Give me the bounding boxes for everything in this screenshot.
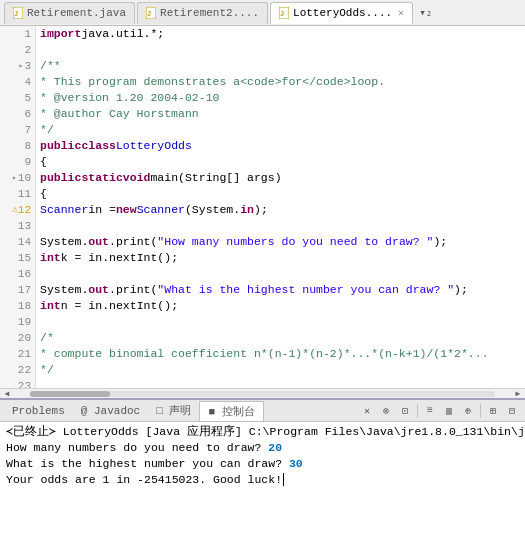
fold-arrow-3[interactable]: ▸ [19, 58, 24, 74]
java-file-icon: J [13, 7, 23, 19]
code-line-15: int k = in.nextInt(); [40, 250, 521, 266]
code-line-8: public class LotteryOdds [40, 138, 521, 154]
console-line-1: How many numbers do you need to draw? 20 [6, 440, 519, 456]
code-line-14: System.out.print("How many numbers do yo… [40, 234, 521, 250]
console-input-value-1: 20 [268, 441, 282, 454]
code-line-16 [40, 266, 521, 282]
tab-lottery[interactable]: J LotteryOdds.... ✕ [270, 2, 413, 24]
bottom-tab-problems[interactable]: Problems [4, 401, 73, 421]
code-line-7: */ [40, 122, 521, 138]
tab-close-icon[interactable]: ✕ [398, 7, 404, 19]
line-number-5: 5 [4, 90, 31, 106]
line-numbers: 12▸3456789▸1011⚠121314151617181920212223… [0, 26, 36, 388]
terminate-btn[interactable]: ✕ [358, 402, 376, 420]
code-line-22: */ [40, 362, 521, 378]
line-number-14: 14 [4, 234, 31, 250]
editor-area: 12▸3456789▸1011⚠121314151617181920212223… [0, 26, 525, 388]
more-btn[interactable]: ⊞ [484, 402, 502, 420]
code-line-11: { [40, 186, 521, 202]
code-line-10: public static void main(String[] args) [40, 170, 521, 186]
code-line-2 [40, 42, 521, 58]
line-number-9: 9 [4, 154, 31, 170]
code-line-23 [40, 378, 521, 388]
line-number-11: 11 [4, 186, 31, 202]
console-line-2: What is the highest number you can draw?… [6, 456, 519, 472]
line-number-18: 18 [4, 298, 31, 314]
decl-label: □ 声明 [156, 403, 191, 418]
svg-text:J: J [147, 10, 151, 18]
toolbar-sep1 [417, 404, 418, 418]
code-line-9: { [40, 154, 521, 170]
line-number-20: 20 [4, 330, 31, 346]
tab-lottery-label: LotteryOdds.... [293, 7, 392, 19]
code-line-13 [40, 218, 521, 234]
scroll-right-btn[interactable]: ▶ [511, 389, 525, 399]
code-line-6: * @author Cay Horstmann [40, 106, 521, 122]
line-number-1: 1 [4, 26, 31, 42]
code-line-3: /** [40, 58, 521, 74]
console-label: ■ 控制台 [208, 404, 254, 419]
tab-bar: J Retirement.java J Retirement2.... J Lo… [0, 0, 525, 26]
line-number-17: 17 [4, 282, 31, 298]
code-line-1: import java.util.*; [40, 26, 521, 42]
console-line-3: Your odds are 1 in -25415023. Good luck! [6, 472, 519, 488]
scroll-left-btn[interactable]: ◀ [0, 389, 14, 399]
line-number-21: 21 [4, 346, 31, 362]
svg-text:J: J [280, 10, 284, 18]
line-number-10: ▸10 [4, 170, 31, 186]
code-line-19 [40, 314, 521, 330]
fold-arrow-10[interactable]: ▸ [12, 170, 17, 186]
tab-retirement1-label: Retirement.java [27, 7, 126, 19]
tab-retirement2[interactable]: J Retirement2.... [137, 2, 268, 24]
bottom-tab-javadoc[interactable]: @ Javadoc [73, 401, 148, 421]
code-line-18: int n = in.nextInt(); [40, 298, 521, 314]
line-number-6: 6 [4, 106, 31, 122]
code-line-4: * This program demonstrates a <code>for<… [40, 74, 521, 90]
problems-label: Problems [12, 405, 65, 417]
line-number-3: ▸3 [4, 58, 31, 74]
less-btn[interactable]: ⊟ [503, 402, 521, 420]
console-toolbar: ✕ ⊗ ⊡ ≡ ▥ ⊕ ⊞ ⊟ [358, 402, 521, 420]
console-line-0: ≺已终止≻ LotteryOdds [Java 应用程序] C:\Program… [6, 424, 519, 440]
line-number-13: 13 [4, 218, 31, 234]
tab-overflow[interactable]: ▾₂ [419, 6, 432, 19]
console-output: ≺已终止≻ LotteryOdds [Java 应用程序] C:\Program… [0, 422, 525, 538]
cursor [283, 473, 284, 486]
line-number-2: 2 [4, 42, 31, 58]
word-wrap-btn[interactable]: ▥ [440, 402, 458, 420]
pin-btn[interactable]: ⊕ [459, 402, 477, 420]
line-number-19: 19 [4, 314, 31, 330]
line-number-23: 23 [4, 378, 31, 388]
bottom-tab-decl[interactable]: □ 声明 [148, 401, 199, 421]
line-number-4: 4 [4, 74, 31, 90]
code-line-5: * @version 1.20 2004-02-10 [40, 90, 521, 106]
line-number-12: ⚠12 [4, 202, 31, 218]
code-line-12: Scanner in = new Scanner(System.in); [40, 202, 521, 218]
line-number-15: 15 [4, 250, 31, 266]
code-area[interactable]: import java.util.*;/** * This program de… [36, 26, 525, 388]
horizontal-scrollbar[interactable]: ◀ ▶ [0, 388, 525, 398]
bottom-tab-console[interactable]: ■ 控制台 [199, 401, 263, 421]
tab-retirement2-label: Retirement2.... [160, 7, 259, 19]
toolbar-sep2 [480, 404, 481, 418]
javadoc-label: @ Javadoc [81, 405, 140, 417]
java-file-icon3: J [279, 7, 289, 19]
scroll-lock-btn[interactable]: ≡ [421, 402, 439, 420]
svg-text:J: J [14, 10, 18, 18]
clear-btn[interactable]: ⊡ [396, 402, 414, 420]
java-file-icon2: J [146, 7, 156, 19]
scrollbar-thumb[interactable] [30, 391, 110, 397]
tab-retirement1[interactable]: J Retirement.java [4, 2, 135, 24]
line-number-7: 7 [4, 122, 31, 138]
console-input-value-2: 30 [289, 457, 303, 470]
line-number-22: 22 [4, 362, 31, 378]
bottom-panel: Problems @ Javadoc □ 声明 ■ 控制台 ✕ ⊗ ⊡ ≡ ▥ … [0, 398, 525, 538]
code-line-20: /* [40, 330, 521, 346]
line-number-8: 8 [4, 138, 31, 154]
remove-btn[interactable]: ⊗ [377, 402, 395, 420]
code-line-17: System.out.print("What is the highest nu… [40, 282, 521, 298]
code-line-21: * compute binomial coefficient n*(n-1)*(… [40, 346, 521, 362]
line-number-16: 16 [4, 266, 31, 282]
bottom-tab-bar: Problems @ Javadoc □ 声明 ■ 控制台 ✕ ⊗ ⊡ ≡ ▥ … [0, 400, 525, 422]
scrollbar-track [30, 391, 495, 397]
